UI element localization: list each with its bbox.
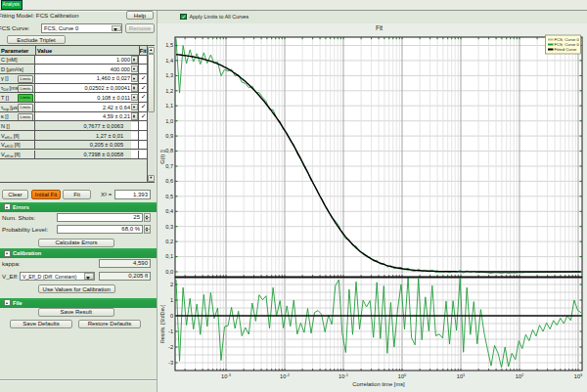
svg-text:0,5: 0,5 — [165, 194, 173, 199]
svg-text:0,1: 0,1 — [165, 253, 173, 259]
svg-text:0,2: 0,2 — [165, 239, 173, 244]
svg-text:1,1: 1,1 — [165, 103, 173, 109]
svg-text:Fitted Curve: Fitted Curve — [555, 47, 577, 52]
svg-text:-3: -3 — [168, 360, 173, 366]
svg-text:G(t) []: G(t) [] — [159, 150, 165, 164]
svg-text:1,4: 1,4 — [165, 58, 173, 64]
svg-text:0,0: 0,0 — [165, 269, 173, 275]
svg-text:1,2: 1,2 — [165, 88, 173, 94]
svg-text:0: 0 — [170, 313, 173, 319]
svg-text:1,0: 1,0 — [165, 118, 173, 124]
svg-text:-2: -2 — [168, 344, 173, 350]
svg-text:1,3: 1,3 — [165, 72, 173, 78]
svg-text:Fit: Fit — [376, 24, 383, 31]
svg-text:0,9: 0,9 — [165, 133, 173, 139]
svg-text:0,7: 0,7 — [165, 163, 173, 169]
svg-text:Correlation time [ms]: Correlation time [ms] — [352, 381, 405, 387]
svg-text:0,8: 0,8 — [165, 148, 173, 153]
svg-text:1,5: 1,5 — [165, 42, 173, 48]
svg-text:0,3: 0,3 — [165, 224, 173, 230]
svg-text:0,6: 0,6 — [165, 178, 173, 184]
svg-text:1: 1 — [170, 297, 173, 303]
svg-text:0,4: 0,4 — [165, 208, 173, 214]
svg-text:2: 2 — [170, 282, 173, 287]
svg-text:Resids. [StdDev]: Resids. [StdDev] — [159, 304, 165, 343]
svg-text:-1: -1 — [168, 328, 173, 334]
